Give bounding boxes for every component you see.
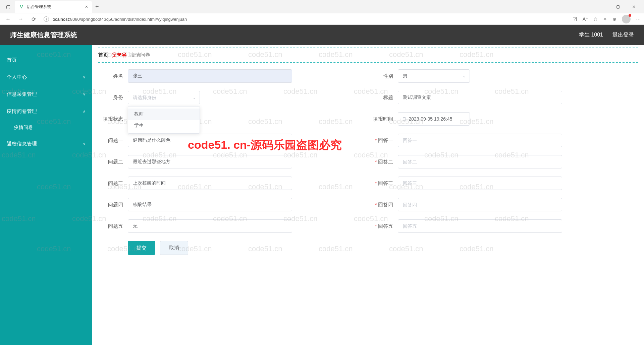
dropdown-option-teacher[interactable]: 教师 (128, 109, 200, 120)
gender-select[interactable] (398, 69, 470, 83)
close-window-button[interactable]: ✕ (627, 1, 641, 12)
a4-label: *回答四 (368, 202, 398, 208)
button-row: 提交 取消 (98, 241, 638, 255)
q3-input[interactable] (128, 177, 292, 190)
dropdown-option-student[interactable]: 学生 (128, 120, 200, 131)
url-box[interactable]: i localhost:8080/springboot43q56/admin/d… (42, 14, 569, 24)
form-row: 问题二 *回答二 (98, 155, 638, 168)
a2-input[interactable] (398, 155, 562, 168)
more-icon[interactable]: ⋯ (636, 16, 641, 22)
app: 师生健康信息管理系统 学生 1001 退出登录 首页 个人中心∨ 信息采集管理∨… (0, 25, 644, 345)
refresh-button[interactable]: ⟳ (29, 14, 38, 24)
q1-input[interactable] (128, 134, 292, 147)
gender-label: 性别 (368, 73, 398, 79)
q5-input[interactable] (128, 219, 292, 233)
a4-input[interactable] (398, 198, 562, 211)
system-title: 师生健康信息管理系统 (10, 30, 77, 40)
identity-select[interactable] (128, 91, 200, 104)
sidebar-item-label: 信息采集管理 (7, 91, 37, 97)
tabs-button[interactable]: ▢ (3, 1, 13, 12)
chevron-up-icon: ∧ (83, 109, 86, 114)
key-icon[interactable]: ⚿ (573, 16, 577, 22)
extensions-icon[interactable]: ✧ (603, 16, 607, 22)
a1-label: *回答一 (368, 137, 398, 144)
form: 姓名 性别 ⌄ 身份 (98, 63, 638, 255)
forward-button[interactable]: → (16, 14, 25, 24)
name-label: 姓名 (98, 73, 128, 79)
q3-label: 问题三 (98, 180, 128, 187)
sidebar-item-label: 个人中心 (7, 74, 27, 80)
sidebar-item-label: 返校信息管理 (7, 141, 37, 147)
address-bar: ← → ⟳ i localhost:8080/springboot43q56/a… (0, 13, 644, 25)
address-icons: ⚿ A⁺ ☆ ✧ ⊕ ⋯ (573, 15, 641, 23)
time-label: 填报时间 (368, 116, 398, 122)
sidebar-item-home[interactable]: 首页 (0, 52, 92, 69)
q5-label: 问题五 (98, 223, 128, 229)
cancel-button[interactable]: 取消 (160, 241, 188, 255)
sidebar-item-info-collect[interactable]: 信息采集管理∨ (0, 86, 92, 103)
form-row: 问题五 *回答五 (98, 219, 638, 233)
maximize-button[interactable]: ▢ (610, 1, 625, 12)
name-input[interactable] (128, 69, 292, 83)
read-aloud-icon[interactable]: A⁺ (583, 16, 588, 22)
favicon-icon: V (19, 4, 24, 9)
sidebar-item-return-school[interactable]: 返校信息管理∨ (0, 135, 92, 152)
main-body: 首页 个人中心∨ 信息采集管理∨ 疫情问卷管理∧ 疫情问卷 返校信息管理∨ 首页… (0, 45, 644, 345)
form-row: 问题一 *回答一 (98, 134, 638, 147)
user-label[interactable]: 学生 1001 (579, 31, 603, 39)
logout-link[interactable]: 退出登录 (612, 31, 634, 39)
back-button[interactable]: ← (3, 14, 13, 24)
breadcrumb-page: 疫情问卷 (130, 52, 150, 58)
sidebar-sub-questionnaire[interactable]: 疫情问卷 (0, 120, 92, 135)
q2-input[interactable] (128, 155, 292, 168)
q4-input[interactable] (128, 198, 292, 211)
breadcrumb-home[interactable]: 首页 (98, 52, 108, 58)
favorite-icon[interactable]: ☆ (593, 16, 598, 22)
time-input[interactable] (398, 112, 470, 126)
title-label: 标题 (368, 94, 398, 101)
a5-input[interactable] (398, 219, 562, 233)
a1-input[interactable] (398, 134, 562, 147)
sidebar-item-questionnaire[interactable]: 疫情问卷管理∧ (0, 103, 92, 120)
tab-title: 后台管理系统 (27, 4, 83, 10)
form-row: 姓名 性别 ⌄ (98, 69, 638, 83)
tab-bar: ▢ V 后台管理系统 × + — ▢ ✕ (0, 0, 644, 13)
sidebar-item-label: 首页 (7, 57, 17, 63)
breadcrumb-mid-icon: 웃❤유 (112, 52, 127, 59)
profile-button[interactable] (622, 15, 631, 23)
close-tab-icon[interactable]: × (85, 4, 88, 9)
a3-label: *回答三 (368, 180, 398, 187)
top-bar: 师生健康信息管理系统 学生 1001 退出登录 (0, 25, 644, 45)
collections-icon[interactable]: ⊕ (612, 16, 616, 22)
site-info-icon[interactable]: i (44, 16, 49, 22)
form-row: 问题三 *回答三 (98, 177, 638, 190)
q2-label: 问题二 (98, 159, 128, 165)
a5-label: *回答五 (368, 223, 398, 229)
sidebar: 首页 个人中心∨ 信息采集管理∨ 疫情问卷管理∧ 疫情问卷 返校信息管理∨ (0, 45, 92, 345)
breadcrumb: 首页 웃❤유 疫情问卷 (98, 48, 638, 63)
a3-input[interactable] (398, 177, 562, 190)
q4-label: 问题四 (98, 202, 128, 208)
sidebar-item-label: 疫情问卷管理 (7, 108, 37, 115)
title-input[interactable] (398, 91, 562, 104)
minimize-button[interactable]: — (594, 1, 609, 12)
submit-button[interactable]: 提交 (128, 241, 155, 255)
sidebar-item-profile[interactable]: 个人中心∨ (0, 69, 92, 86)
form-row: 身份 ⌄ 教师 学生 ↖ 标题 (98, 91, 638, 104)
url-text: localhost:8080/springboot43q56/admin/dis… (52, 17, 187, 22)
chevron-down-icon: ∨ (83, 92, 86, 96)
chevron-down-icon: ∨ (83, 75, 86, 79)
content: 首页 웃❤유 疫情问卷 姓名 性别 ⌄ (92, 45, 644, 345)
chevron-down-icon: ∨ (83, 142, 86, 146)
identity-label: 身份 (98, 94, 128, 101)
new-tab-button[interactable]: + (95, 3, 99, 10)
window-controls: — ▢ ✕ (594, 1, 644, 12)
browser-chrome: ▢ V 后台管理系统 × + — ▢ ✕ ← → ⟳ i localhost:8… (0, 0, 644, 25)
q1-label: 问题一 (98, 137, 128, 144)
status-label: 填报状态 (98, 116, 128, 122)
a2-label: *回答二 (368, 159, 398, 165)
browser-tab[interactable]: V 后台管理系统 × (15, 1, 92, 13)
identity-dropdown: 教师 学生 (128, 106, 200, 134)
form-row: 问题四 *回答四 (98, 198, 638, 211)
top-right: 学生 1001 退出登录 (579, 31, 634, 39)
